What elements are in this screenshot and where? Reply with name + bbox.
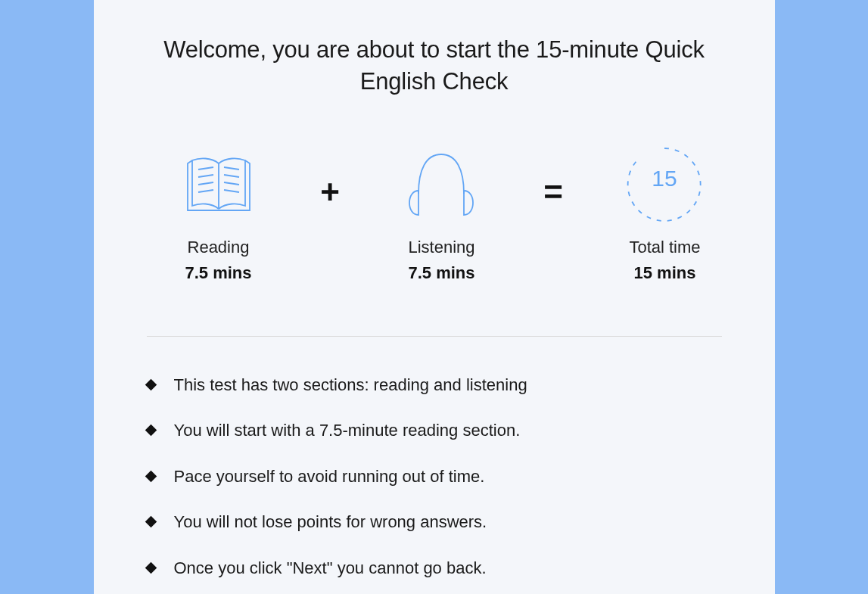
- page-title: Welcome, you are about to start the 15-m…: [147, 34, 722, 98]
- section-duration: 15 mins: [634, 263, 696, 283]
- timer-icon: 15: [623, 147, 706, 222]
- section-reading: Reading 7.5 mins: [170, 147, 268, 283]
- svg-line-7: [224, 190, 239, 192]
- diamond-icon: [145, 378, 157, 390]
- section-label: Total time: [629, 238, 700, 257]
- equals-operator: =: [543, 173, 563, 211]
- svg-line-2: [198, 182, 213, 185]
- section-total: 15 Total time 15 mins: [615, 147, 714, 283]
- svg-line-1: [198, 175, 213, 177]
- list-item-text: You will start with a 7.5-minute reading…: [174, 420, 521, 442]
- svg-line-0: [198, 167, 213, 169]
- section-listening: Listening 7.5 mins: [392, 147, 490, 283]
- headphones-icon: [403, 147, 479, 222]
- svg-line-4: [224, 167, 239, 169]
- intro-card: Welcome, you are about to start the 15-m…: [94, 0, 775, 594]
- plus-operator: +: [320, 173, 340, 211]
- list-item: You will not lose points for wrong answe…: [147, 512, 722, 533]
- list-item: Pace yourself to avoid running out of ti…: [147, 466, 722, 488]
- timer-value: 15: [652, 166, 677, 191]
- svg-line-3: [198, 190, 213, 192]
- section-label: Listening: [408, 238, 474, 257]
- diamond-icon: [145, 425, 157, 437]
- divider: [147, 336, 722, 337]
- list-item-text: You will not lose points for wrong answe…: [174, 512, 487, 533]
- section-duration: 7.5 mins: [408, 263, 474, 283]
- diamond-icon: [145, 562, 157, 574]
- book-icon: [185, 147, 253, 222]
- diamond-icon: [145, 516, 157, 528]
- list-item: Once you click "Next" you cannot go back…: [147, 558, 722, 580]
- section-duration: 7.5 mins: [185, 263, 251, 283]
- section-label: Reading: [188, 238, 250, 257]
- sections-row: Reading 7.5 mins + Listening 7.5 mins =: [147, 147, 722, 283]
- list-item-text: Pace yourself to avoid running out of ti…: [174, 466, 485, 488]
- list-item-text: Once you click "Next" you cannot go back…: [174, 558, 487, 580]
- list-item: This test has two sections: reading and …: [147, 375, 722, 397]
- diamond-icon: [145, 471, 157, 483]
- list-item: You will start with a 7.5-minute reading…: [147, 420, 722, 442]
- instruction-list: This test has two sections: reading and …: [147, 375, 722, 580]
- list-item-text: This test has two sections: reading and …: [174, 375, 527, 397]
- svg-line-5: [224, 175, 239, 177]
- svg-line-6: [224, 182, 239, 185]
